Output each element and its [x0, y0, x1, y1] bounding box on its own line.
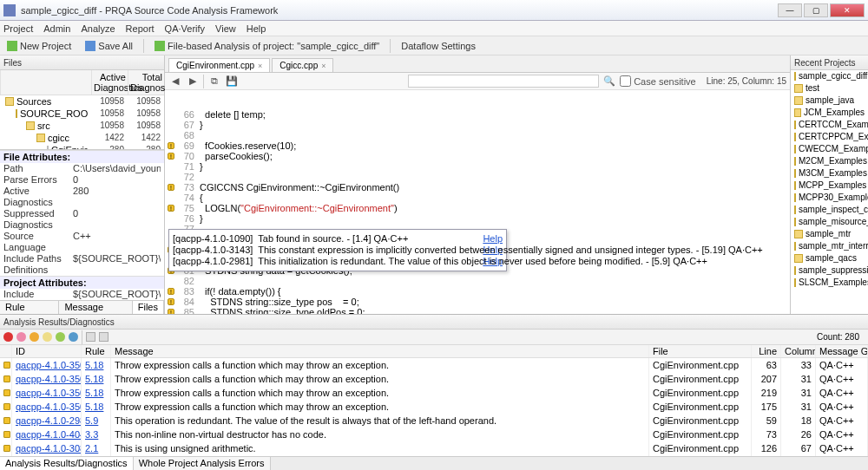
menu-analyze[interactable]: Analyze — [81, 23, 115, 34]
code-line[interactable]: 72 — [165, 172, 790, 182]
results-grid[interactable]: ID Rule Message File Line Column Message… — [0, 345, 868, 456]
results-grid-header[interactable]: ID Rule Message File Line Column Message… — [0, 345, 868, 358]
warning-marker-icon[interactable]: ! — [168, 153, 174, 160]
recent-project-item[interactable]: sample_mtr — [791, 228, 868, 240]
folder-icon — [794, 206, 796, 214]
code-line[interactable]: !69 fCookies.reserve(10); — [165, 140, 790, 151]
tree-item[interactable]: cgicc14221422 — [0, 132, 164, 144]
severity-filter-2[interactable] — [16, 332, 26, 342]
result-row[interactable]: qacpp-4.1.0-35025.18Throw expression cal… — [0, 386, 868, 400]
help-link[interactable]: Help — [483, 233, 503, 245]
new-project-button[interactable]: New Project — [3, 40, 75, 52]
result-row[interactable]: qacpp-4.1.0-30842.1This is using unsigne… — [0, 441, 868, 455]
code-line[interactable]: !85 STDNS string::size_type oldPos = 0; — [165, 307, 790, 314]
left-tab[interactable]: Message Levels — [59, 301, 132, 314]
bottom-tab[interactable]: Analysis Results/Diagnostics — [0, 457, 134, 470]
recent-project-item[interactable]: sample_qacs — [791, 252, 868, 264]
recent-project-item[interactable]: sample_java — [791, 95, 868, 107]
search-icon[interactable]: 🔍 — [602, 75, 616, 88]
recent-project-item[interactable]: sample_mtr_interrupt — [791, 240, 868, 252]
recent-project-item[interactable]: CERTCPPCM_Examples — [791, 131, 868, 143]
warning-marker-icon[interactable]: ! — [168, 142, 174, 149]
recent-project-item[interactable]: sample_suppression — [791, 264, 868, 277]
result-row[interactable]: qacpp-4.1.0-29855.9This operation is red… — [0, 414, 868, 428]
minimize-button[interactable]: — — [778, 3, 802, 17]
recent-project-item[interactable]: sample_inspect_c — [791, 204, 868, 216]
code-line[interactable]: !73CGICCNS CgiEnvironment::~CgiEnvironme… — [165, 182, 790, 193]
severity-filter-1[interactable] — [3, 332, 13, 342]
folder-icon — [794, 254, 803, 263]
close-tab-icon[interactable]: × — [321, 62, 326, 70]
recent-projects-list[interactable]: sample_cgicc_difftestsample_javaJCM_Exam… — [791, 70, 868, 314]
warning-marker-icon[interactable]: ! — [168, 205, 174, 212]
recent-project-item[interactable]: CERTCCM_Examples — [791, 119, 868, 131]
help-link[interactable]: Help — [483, 256, 503, 267]
code-editor[interactable]: 66 delete [] temp;67}68!69 fCookies.rese… — [165, 90, 790, 314]
result-row[interactable]: qacpp-4.1.0-35025.18Throw expression cal… — [0, 358, 868, 372]
files-tree[interactable]: Sources1095810958SOURCE_ROOT1095810958sr… — [0, 95, 164, 149]
recent-project-item[interactable]: MCPP30_Examples — [791, 192, 868, 204]
menu-view[interactable]: View — [215, 23, 236, 34]
save-button[interactable]: 💾 — [225, 75, 239, 88]
help-link[interactable]: Help — [483, 245, 503, 256]
warning-marker-icon[interactable]: ! — [168, 309, 174, 314]
menu-qa·verify[interactable]: QA·Verify — [165, 23, 205, 34]
warning-marker-icon[interactable]: ! — [168, 298, 174, 305]
result-row[interactable]: qacpp-4.1.0-35025.18Throw expression cal… — [0, 372, 868, 386]
code-line[interactable]: !70 parseCookies(); — [165, 151, 790, 161]
dataflow-settings-button[interactable]: Dataflow Settings — [398, 40, 479, 52]
code-line[interactable]: !83 if(! data.empty()) { — [165, 286, 790, 297]
results-tool-1[interactable] — [86, 332, 95, 342]
recent-project-item[interactable]: M3CM_Examples — [791, 167, 868, 180]
code-line[interactable]: 68 — [165, 130, 790, 140]
warning-marker-icon[interactable]: ! — [168, 184, 174, 191]
recent-project-item[interactable]: MCPP_Examples — [791, 180, 868, 192]
recent-project-item[interactable]: sample_misource_test — [791, 216, 868, 228]
bottom-tab[interactable]: Whole Project Analysis Errors — [134, 457, 271, 470]
severity-filter-3[interactable] — [30, 332, 39, 342]
menu-project[interactable]: Project — [3, 23, 33, 34]
left-tab[interactable]: Files — [133, 301, 164, 314]
folder-icon — [794, 242, 796, 251]
file-analysis-button[interactable]: File-based Analysis of project: "sample_… — [151, 40, 383, 52]
editor-tab[interactable]: CgiEnvironment.cpp × — [168, 58, 270, 72]
close-tab-icon[interactable]: × — [258, 62, 262, 70]
severity-filter-5[interactable] — [56, 332, 65, 342]
menu-help[interactable]: Help — [247, 23, 266, 34]
nav-back-button[interactable]: ◀ — [168, 75, 182, 88]
recent-project-item[interactable]: test — [791, 82, 868, 95]
tree-item[interactable]: src1095810958 — [0, 120, 164, 132]
code-line[interactable]: 66 delete [] temp; — [165, 109, 790, 120]
code-line[interactable]: 76} — [165, 213, 790, 224]
menu-report[interactable]: Report — [126, 23, 155, 34]
code-line[interactable]: !84 STDNS string::size_type pos = 0; — [165, 297, 790, 307]
close-button[interactable]: ✕ — [830, 3, 865, 17]
recent-project-item[interactable]: JCM_Examples — [791, 107, 868, 119]
severity-filter-4[interactable] — [43, 332, 52, 342]
code-line[interactable]: !75 LOGLN("CgiEnvironment::~CgiEnvironme… — [165, 203, 790, 213]
maximize-button[interactable]: ▢ — [804, 3, 828, 17]
tree-item[interactable]: Sources1095810958 — [0, 95, 164, 108]
case-sensitive-checkbox[interactable]: Case sensitive — [620, 75, 696, 87]
nav-forward-button[interactable]: ▶ — [186, 75, 200, 88]
copy-button[interactable]: ⧉ — [207, 75, 221, 88]
code-line[interactable]: 82 — [165, 276, 790, 286]
result-row[interactable]: qacpp-4.1.0-35025.18Throw expression cal… — [0, 400, 868, 414]
warning-marker-icon[interactable]: ! — [168, 288, 174, 295]
tree-item[interactable]: SOURCE_ROOT1095810958 — [0, 108, 164, 120]
result-row[interactable]: qacpp-4.1.0-40413.3This non-inline non-v… — [0, 428, 868, 441]
menu-admin[interactable]: Admin — [43, 23, 70, 34]
severity-filter-6[interactable] — [69, 332, 78, 342]
recent-project-item[interactable]: CWECCM_Examples — [791, 143, 868, 155]
code-line[interactable]: 71} — [165, 161, 790, 172]
results-tool-2[interactable] — [99, 332, 108, 342]
left-tab[interactable]: Rule Groups — [0, 301, 59, 314]
code-line[interactable]: 74{ — [165, 193, 790, 203]
editor-tab[interactable]: Cgicc.cpp × — [272, 58, 333, 72]
save-all-button[interactable]: Save All — [82, 40, 136, 52]
recent-project-item[interactable]: M2CM_Examples — [791, 155, 868, 167]
recent-project-item[interactable]: sample_cgicc_diff — [791, 70, 868, 82]
code-line[interactable]: 67} — [165, 120, 790, 130]
editor-search-input[interactable] — [408, 75, 599, 88]
recent-project-item[interactable]: SLSCM_Examples — [791, 277, 868, 289]
